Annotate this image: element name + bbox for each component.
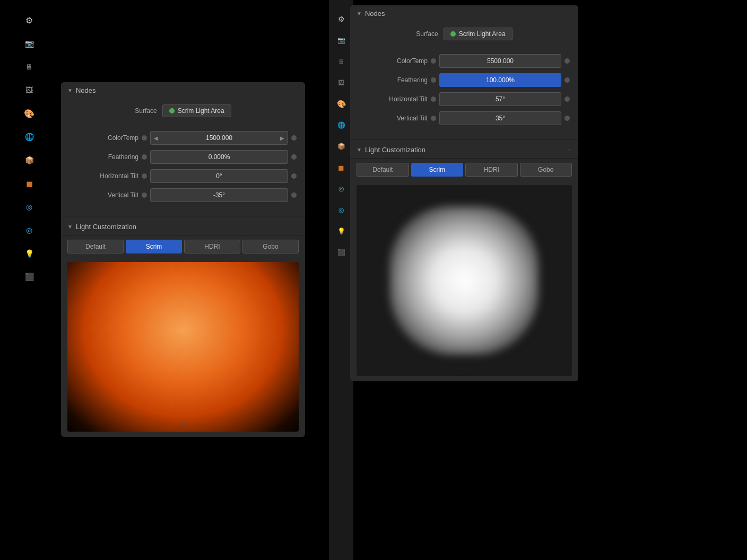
left-end-dot-vtilt[interactable]	[291, 192, 297, 198]
left-tab-gobo[interactable]: Gobo	[242, 240, 299, 253]
right-end-dot-feathering[interactable]	[564, 77, 570, 83]
right-field-feathering[interactable]: 100.000%	[439, 73, 561, 87]
right-label-vtilt: Vertical Tilt	[359, 115, 428, 122]
right-tab-gobo[interactable]: Gobo	[520, 163, 572, 177]
right-field-colortemp[interactable]: 5500.000	[439, 54, 561, 68]
left-tabs-row: Default Scrim HDRI Gobo	[61, 235, 305, 258]
sidebar-icon-paint[interactable]: 🎨	[20, 104, 39, 123]
left-dot-vtilt[interactable]	[142, 192, 147, 198]
mid-icon-camera[interactable]: 📷	[333, 32, 350, 49]
mid-icon-checker[interactable]: ⬛	[333, 244, 350, 261]
right-colortemp-value: 5500.000	[487, 57, 514, 65]
left-lightcust-drag: ⋯	[292, 223, 299, 230]
right-lightcust-arrow[interactable]: ▼	[357, 147, 362, 153]
left-surface-dot	[169, 108, 175, 113]
left-lightcust-title: ▼ Light Customization	[67, 223, 136, 231]
mid-icon-image[interactable]: 🖼	[333, 74, 350, 91]
left-dot-colortemp[interactable]	[142, 135, 147, 141]
left-end-dot-feathering[interactable]	[291, 154, 297, 160]
sidebar-icon-filter[interactable]: ⚙	[20, 11, 39, 30]
right-end-dot-htilt[interactable]	[564, 97, 570, 102]
left-collapse-arrow[interactable]: ▼	[67, 88, 73, 93]
mid-icon-target[interactable]: ◎	[333, 202, 350, 218]
left-dot-feathering[interactable]	[142, 154, 147, 160]
left-lightcust-header: ▼ Light Customization ⋯	[61, 218, 305, 235]
left-end-dot-colortemp[interactable]	[291, 135, 297, 141]
mid-icon-cube[interactable]: ◼	[333, 159, 350, 176]
sidebar-icon-globe[interactable]: 🌐	[20, 127, 39, 146]
left-label-htilt: Horizontal Tilt	[70, 172, 138, 180]
right-end-dot-colortemp[interactable]	[564, 58, 570, 64]
mid-icon-globe[interactable]: 🌐	[333, 117, 350, 134]
sidebar-icon-camera[interactable]: 📷	[20, 34, 39, 53]
right-tab-scrim[interactable]: Scrim	[411, 163, 464, 177]
right-htilt-value: 57°	[496, 95, 505, 103]
left-surface-text: Scrim Light Area	[178, 107, 224, 115]
left-field-feathering[interactable]: 0.000%	[150, 150, 288, 164]
left-end-dot-htilt[interactable]	[291, 173, 297, 179]
mid-icon-paint[interactable]: 🎨	[333, 95, 350, 112]
sidebar-icon-checker[interactable]: ⬛	[20, 267, 39, 286]
right-end-dot-vtilt[interactable]	[564, 116, 570, 121]
left-lightcust-arrow[interactable]: ▼	[67, 224, 73, 230]
left-surface-value: Scrim Light Area	[162, 104, 231, 117]
left-preview-drag: ⋯	[180, 422, 186, 428]
scrim-blob	[390, 206, 538, 355]
right-surface-row: Surface Scrim Light Area	[350, 22, 578, 46]
sidebar-icon-cube[interactable]: ◼	[20, 174, 39, 193]
mid-icon-circle[interactable]: ◎	[333, 180, 350, 197]
left-field-colortemp[interactable]: ◀ 1500.000 ▶	[150, 131, 288, 145]
right-surface-dot	[450, 31, 456, 37]
mid-icon-render[interactable]: 🖥	[333, 53, 350, 70]
right-prop-row-colortemp: ColorTemp 5500.000	[359, 54, 570, 68]
right-dot-feathering[interactable]	[431, 77, 436, 83]
right-tab-hdri[interactable]: HDRI	[465, 163, 518, 177]
right-surface-label: Surface	[416, 30, 438, 38]
right-tab-default[interactable]: Default	[357, 163, 409, 177]
right-collapse-arrow[interactable]: ▼	[357, 11, 362, 16]
left-prop-row-htilt: Horizontal Tilt 0°	[70, 169, 297, 183]
right-light-cust: ▼ Light Customization ⋯ Default Scrim HD…	[350, 142, 578, 376]
left-colortemp-arrow-right[interactable]: ▶	[280, 135, 284, 141]
right-dot-vtilt[interactable]	[431, 116, 436, 121]
mid-icon-bulb[interactable]: 💡	[333, 223, 350, 240]
left-tab-default[interactable]: Default	[67, 240, 124, 253]
left-label-feathering: Feathering	[70, 153, 138, 161]
left-nodes-title: ▼ Nodes	[67, 86, 95, 94]
left-tab-hdri[interactable]: HDRI	[184, 240, 240, 253]
left-panel: ▼ Nodes ⋯ Surface Scrim Light Area Color…	[61, 82, 305, 437]
sidebar-icon-image[interactable]: 🖼	[20, 81, 39, 100]
right-vtilt-value: 35°	[496, 115, 505, 122]
sidebar-icon-render[interactable]: 🖥	[20, 57, 39, 76]
sidebar-icon-circle[interactable]: ◎	[20, 197, 39, 216]
right-dot-htilt[interactable]	[431, 97, 436, 102]
left-vtilt-value: -35°	[213, 191, 225, 199]
left-nodes-label: Nodes	[76, 86, 96, 94]
right-feathering-value: 100.000%	[486, 76, 515, 84]
right-divider	[350, 139, 578, 139]
left-field-vtilt[interactable]: -35°	[150, 188, 288, 202]
left-field-htilt[interactable]: 0°	[150, 169, 288, 183]
mid-icon-archive[interactable]: 📦	[333, 138, 350, 155]
left-lightcust-label: Light Customization	[76, 223, 136, 231]
left-dot-htilt[interactable]	[142, 173, 147, 179]
mid-icon-filter[interactable]: ⚙	[333, 11, 350, 28]
left-colortemp-arrow-left[interactable]: ◀	[154, 135, 158, 141]
right-field-vtilt[interactable]: 35°	[439, 111, 561, 125]
right-tabs-row: Default Scrim HDRI Gobo	[350, 159, 578, 181]
right-label-htilt: Horizontal Tilt	[359, 95, 428, 103]
left-tab-scrim[interactable]: Scrim	[126, 240, 182, 253]
left-surface-row: Surface Scrim Light Area	[61, 99, 305, 122]
left-prop-row-vtilt: Vertical Tilt -35°	[70, 188, 297, 202]
sidebar-icon-archive[interactable]: 📦	[20, 151, 39, 170]
right-preview-white	[357, 185, 572, 376]
left-colortemp-value: 1500.000	[206, 134, 232, 142]
right-lightcust-title: ▼ Light Customization	[357, 146, 425, 154]
left-prop-row-feathering: Feathering 0.000%	[70, 150, 297, 164]
sidebar-icon-target[interactable]: ◎	[20, 221, 39, 240]
right-field-htilt[interactable]: 57°	[439, 92, 561, 106]
right-dot-colortemp[interactable]	[431, 58, 436, 64]
right-lightcust-header: ▼ Light Customization ⋯	[350, 142, 578, 159]
sidebar-icon-bulb[interactable]: 💡	[20, 244, 39, 263]
right-nodes-title: ▼ Nodes	[357, 10, 385, 18]
